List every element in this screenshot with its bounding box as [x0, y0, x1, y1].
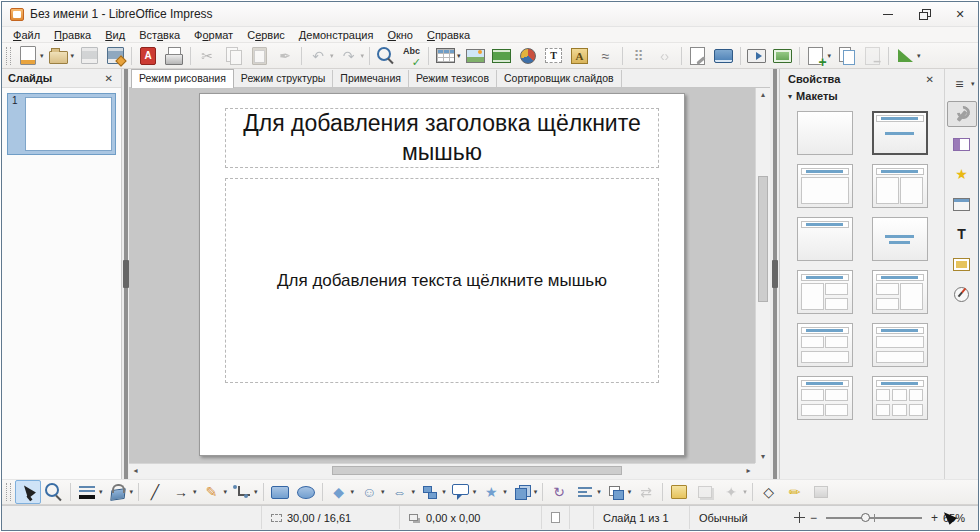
sidebar-settings-icon[interactable]: ≡▾ [947, 71, 977, 97]
export-pdf-icon[interactable] [135, 44, 161, 68]
symbol-shapes-icon[interactable]: ☺▾ [356, 480, 387, 504]
view-mode-field[interactable]: Обычный [689, 506, 785, 529]
new-slide-icon[interactable]: ▾ [803, 44, 834, 68]
flowchart-icon[interactable]: ▾ [417, 480, 448, 504]
menu-file[interactable]: Файл [6, 28, 47, 42]
slide-transition-icon[interactable] [947, 131, 977, 157]
menu-slideshow[interactable]: Демонстрация [292, 28, 381, 42]
splitter-handle[interactable] [772, 260, 778, 288]
lines-arrows-icon[interactable]: →▾ [168, 480, 199, 504]
layout-blank[interactable] [797, 111, 853, 155]
horizontal-scrollbar[interactable]: ◂ ▸ [129, 463, 755, 477]
splitter-handle[interactable] [123, 260, 129, 288]
hyperlink-icon[interactable]: ≈ [593, 44, 619, 68]
curve-icon[interactable]: ✎▾ [199, 480, 230, 504]
connector-icon[interactable]: ▾ [229, 480, 260, 504]
callouts-icon[interactable]: ▾ [448, 480, 479, 504]
line-style-icon[interactable]: ▾ [74, 480, 105, 504]
save-as-icon[interactable] [102, 44, 128, 68]
layout-title-2content-over-content[interactable] [797, 323, 853, 367]
insert-image-icon[interactable] [463, 44, 489, 68]
left-panel-splitter[interactable] [122, 69, 129, 479]
basic-shapes-icon[interactable]: ◆▾ [326, 480, 357, 504]
fit-slide-icon[interactable] [794, 512, 805, 523]
navigator-icon[interactable] [947, 281, 977, 307]
scroll-left-icon[interactable]: ◂ [129, 464, 142, 477]
edit-points-icon[interactable]: ◇ [756, 480, 782, 504]
insert-textbox-icon[interactable] [541, 44, 567, 68]
layout-title-content-over-content[interactable] [872, 323, 928, 367]
menu-insert[interactable]: Вставка [132, 28, 187, 42]
scroll-down-icon[interactable]: ▾ [756, 450, 770, 463]
scroll-up-icon[interactable]: ▴ [756, 88, 770, 101]
animation-icon[interactable]: ★ [947, 161, 977, 187]
ellipse-icon[interactable] [293, 480, 319, 504]
layout-title-2content-content[interactable] [872, 270, 928, 314]
layout-title-4content[interactable] [797, 376, 853, 420]
zoom-slider[interactable] [826, 517, 922, 519]
right-panel-splitter[interactable] [770, 69, 779, 479]
menu-format[interactable]: Формат [187, 28, 240, 42]
slide-properties-icon[interactable] [685, 44, 711, 68]
document-modified-field[interactable] [541, 506, 569, 529]
3d-objects-icon[interactable]: ▾ [509, 480, 540, 504]
tab-drawing-view[interactable]: Режим рисования [131, 69, 234, 88]
layouts-section-header[interactable]: ▾ Макеты [780, 88, 944, 104]
menu-help[interactable]: Справка [420, 28, 477, 42]
layout-title-content[interactable] [797, 164, 853, 208]
fontwork-icon[interactable] [567, 44, 593, 68]
open-icon[interactable]: ▾ [46, 44, 77, 68]
zoom-icon[interactable] [41, 480, 67, 504]
tab-slide-sorter[interactable]: Сортировщик слайдов [497, 70, 622, 87]
layout-title-content-2content[interactable] [797, 270, 853, 314]
find-replace-icon[interactable] [373, 44, 399, 68]
tab-handout-view[interactable]: Режим тезисов [409, 70, 497, 87]
close-icon[interactable]: ✕ [103, 73, 115, 84]
block-arrows-icon[interactable]: ⇔▾ [387, 480, 418, 504]
glue-points-icon[interactable]: ✏ [782, 480, 808, 504]
zoom-out-icon[interactable]: − [810, 511, 817, 525]
layout-centered-text[interactable] [872, 217, 928, 261]
select-icon[interactable] [15, 480, 41, 504]
slide[interactable]: Для добавления заголовка щёлкните мышью … [199, 93, 685, 456]
new-presentation-icon[interactable]: ▾ [15, 44, 46, 68]
insert-comment-icon[interactable] [666, 480, 692, 504]
scroll-right-icon[interactable]: ▸ [742, 464, 755, 477]
draw-functions-icon[interactable]: ▾ [892, 44, 923, 68]
insert-line-icon[interactable]: ╱ [142, 480, 168, 504]
insert-table-icon[interactable]: ▾ [432, 44, 463, 68]
menu-tools[interactable]: Сервис [240, 28, 292, 42]
layout-title-6content[interactable] [872, 376, 928, 420]
insert-media-icon[interactable] [489, 44, 515, 68]
zoom-in-icon[interactable]: + [931, 511, 938, 525]
display-views-icon[interactable] [711, 44, 737, 68]
horizontal-scroll-thumb[interactable] [332, 466, 622, 475]
fill-color-icon[interactable]: ▾ [105, 480, 136, 504]
layout-title-two-content[interactable] [872, 164, 928, 208]
tab-notes-view[interactable]: Примечания [333, 70, 409, 87]
layout-title-only[interactable] [797, 217, 853, 261]
zoom-slider-thumb[interactable] [861, 513, 870, 522]
title-placeholder[interactable]: Для добавления заголовка щёлкните мышью [225, 108, 659, 168]
start-slideshow-icon[interactable] [744, 44, 770, 68]
close-icon[interactable]: ✕ [924, 74, 936, 85]
vertical-scroll-thumb[interactable] [758, 176, 768, 302]
menu-window[interactable]: Окно [380, 28, 420, 42]
presentation-settings-icon[interactable] [770, 44, 796, 68]
slide-thumbnail[interactable]: 1 [7, 93, 116, 155]
master-slides-icon[interactable] [947, 191, 977, 217]
menu-edit[interactable]: Правка [47, 28, 98, 42]
rotate-icon[interactable]: ↻ [546, 480, 572, 504]
duplicate-slide-icon[interactable] [833, 44, 859, 68]
print-icon[interactable] [161, 44, 187, 68]
gallery-icon[interactable] [947, 251, 977, 277]
layout-title-subtitle[interactable] [872, 111, 928, 155]
body-placeholder[interactable]: Для добавления текста щёлкните мышью [225, 178, 659, 383]
tab-outline-view[interactable]: Режим структуры [234, 70, 333, 87]
minimize-button[interactable] [870, 2, 906, 26]
restore-button[interactable] [906, 2, 942, 26]
spelling-icon[interactable] [399, 44, 425, 68]
insert-chart-icon[interactable] [515, 44, 541, 68]
vertical-scrollbar[interactable]: ▴ ▾ [755, 88, 770, 463]
close-button[interactable]: ✕ [942, 2, 978, 26]
